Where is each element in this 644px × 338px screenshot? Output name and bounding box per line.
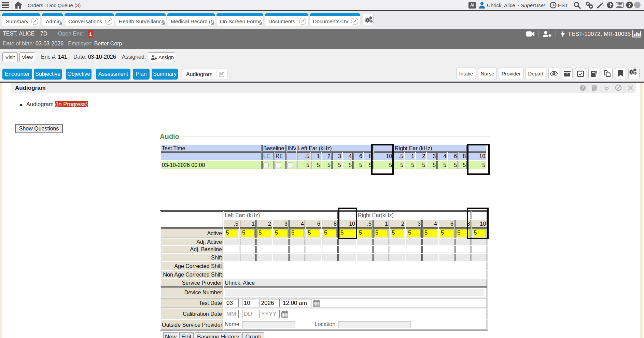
svg-text:?: ? [628, 2, 631, 8]
svg-text:?: ? [581, 85, 584, 90]
